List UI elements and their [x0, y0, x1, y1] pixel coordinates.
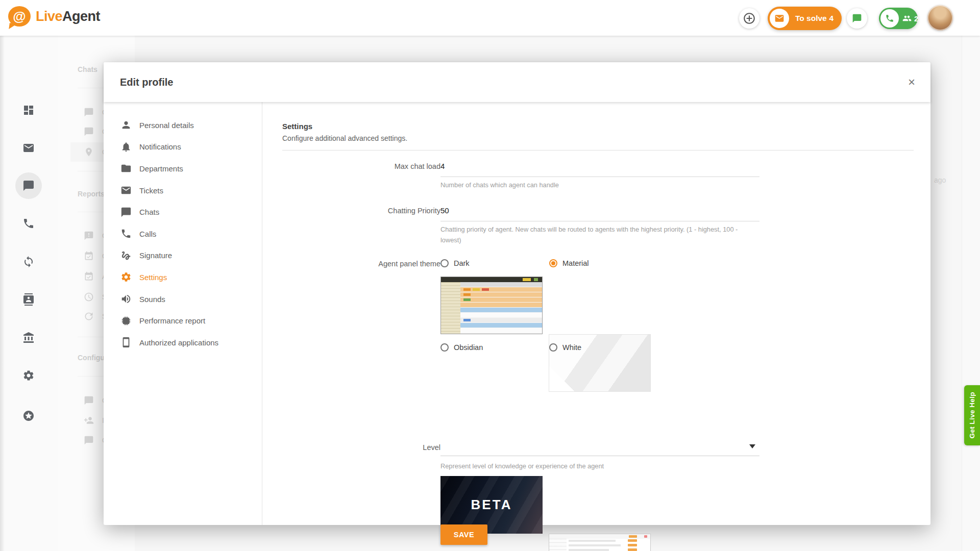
- theme-option-obsidian[interactable]: Obsidian: [440, 343, 483, 352]
- mail-icon[interactable]: [22, 142, 35, 154]
- modal-menu-departments[interactable]: Departments: [104, 158, 262, 180]
- app-root: @ LiveAgent To solve 4 2: [0, 0, 980, 551]
- level-label: Level: [314, 443, 440, 452]
- folder-icon: [120, 163, 132, 174]
- chatting-priority-input[interactable]: [440, 206, 760, 221]
- max-chat-load-field: Number of chats which agent can handle: [440, 161, 760, 190]
- modal-menu-notifications[interactable]: Notifications: [104, 136, 262, 158]
- signature-icon: [120, 250, 132, 261]
- max-chat-load-input[interactable]: [440, 161, 760, 177]
- save-button[interactable]: SAVE: [440, 524, 487, 545]
- max-chat-load-label: Max chat load: [314, 162, 440, 170]
- user-avatar[interactable]: [927, 5, 953, 31]
- chat-bubble-icon: [852, 13, 862, 23]
- level-select[interactable]: [440, 440, 760, 456]
- white-theme-thumbnail[interactable]: [549, 534, 651, 551]
- add-button[interactable]: [739, 8, 760, 29]
- modal-menu-authorized-applications[interactable]: Authorized applications: [104, 332, 262, 354]
- to-solve-count: 4: [829, 14, 834, 23]
- modal-menu-signature[interactable]: Signature: [104, 245, 262, 267]
- star-circle-icon[interactable]: [22, 410, 35, 422]
- app-sidebar: [0, 36, 58, 551]
- contacts-icon[interactable]: [22, 293, 35, 306]
- to-solve-label: To solve: [795, 14, 827, 23]
- theme-option-dark[interactable]: Dark: [440, 259, 470, 267]
- radio-white[interactable]: [549, 343, 557, 352]
- left-edge-shadow: [0, 36, 5, 551]
- top-bar: @ LiveAgent To solve 4 2: [0, 0, 980, 36]
- modal-menu-settings[interactable]: Settings: [104, 266, 262, 288]
- phone-icon[interactable]: [22, 217, 35, 230]
- radio-material[interactable]: [549, 259, 557, 267]
- modal-header: Edit profile ×: [104, 62, 930, 102]
- close-icon[interactable]: ×: [904, 74, 919, 90]
- bell-icon: [120, 141, 132, 153]
- edit-profile-modal: Edit profile × Personal details Notifica…: [104, 62, 930, 525]
- sync-icon[interactable]: [22, 256, 35, 268]
- theme-option-material[interactable]: Material: [549, 259, 589, 267]
- modal-menu-tickets[interactable]: Tickets: [104, 180, 262, 202]
- theme-option-white[interactable]: White: [549, 343, 581, 352]
- modal-menu-chats[interactable]: Chats: [104, 201, 262, 223]
- mail-icon: [120, 185, 132, 196]
- chats-button[interactable]: [847, 8, 867, 29]
- chat-icon: [120, 207, 132, 218]
- liveagent-logo: @ LiveAgent: [8, 6, 100, 27]
- volume-icon: [120, 293, 132, 305]
- envelope-icon: [770, 9, 789, 28]
- modal-menu-performance-report[interactable]: Performance report: [104, 310, 262, 332]
- logo-bubble-icon: @: [8, 6, 31, 27]
- phone-icon: [880, 9, 899, 28]
- radio-obsidian[interactable]: [440, 343, 449, 352]
- section-title: Settings: [282, 122, 312, 131]
- material-theme-thumbnail[interactable]: [549, 334, 651, 392]
- modal-title: Edit profile: [120, 62, 173, 102]
- modal-menu-personal-details[interactable]: Personal details: [104, 114, 262, 136]
- chat-icon[interactable]: [22, 180, 35, 192]
- modal-content: Settings Configure additional advanced s…: [262, 102, 930, 525]
- to-solve-button[interactable]: To solve 4: [768, 7, 842, 30]
- calls-button[interactable]: 2: [879, 8, 918, 29]
- modal-menu: Personal details Notifications Departmen…: [104, 102, 262, 525]
- plus-circle-icon: [743, 12, 756, 25]
- section-subtitle: Configure additional advanced settings.: [282, 134, 407, 142]
- get-live-help-tab[interactable]: Get Live Help: [964, 385, 980, 445]
- chevron-down-icon: [749, 444, 755, 448]
- chatting-priority-field: Chatting priority of agent. New chats wi…: [440, 206, 760, 245]
- person-icon: [120, 119, 132, 131]
- dashboard-icon[interactable]: [22, 104, 35, 116]
- chatting-priority-helper: Chatting priority of agent. New chats wi…: [440, 224, 760, 245]
- logo-text: LiveAgent: [36, 9, 100, 24]
- modal-menu-sounds[interactable]: Sounds: [104, 288, 262, 310]
- bank-icon[interactable]: [22, 332, 35, 344]
- dark-theme-thumbnail[interactable]: [440, 277, 543, 334]
- online-agents-count: 2: [914, 14, 918, 23]
- phone-icon: [120, 228, 132, 239]
- chatting-priority-label: Chatting Priority: [314, 207, 440, 215]
- level-helper: Represent level of knowledge or experien…: [440, 461, 760, 471]
- max-chat-load-helper: Number of chats which agent can handle: [440, 180, 760, 190]
- section-divider: [282, 150, 914, 151]
- modal-menu-calls[interactable]: Calls: [104, 223, 262, 245]
- beta-badge: BETA: [471, 497, 512, 513]
- agent-panel-theme-label: Agent panel theme: [314, 260, 440, 268]
- radio-dark[interactable]: [440, 259, 449, 267]
- gear-icon[interactable]: [22, 369, 35, 382]
- gear-icon: [120, 271, 132, 283]
- people-icon: [902, 14, 912, 23]
- smartphone-icon: [120, 337, 132, 348]
- chip-icon: [120, 315, 132, 327]
